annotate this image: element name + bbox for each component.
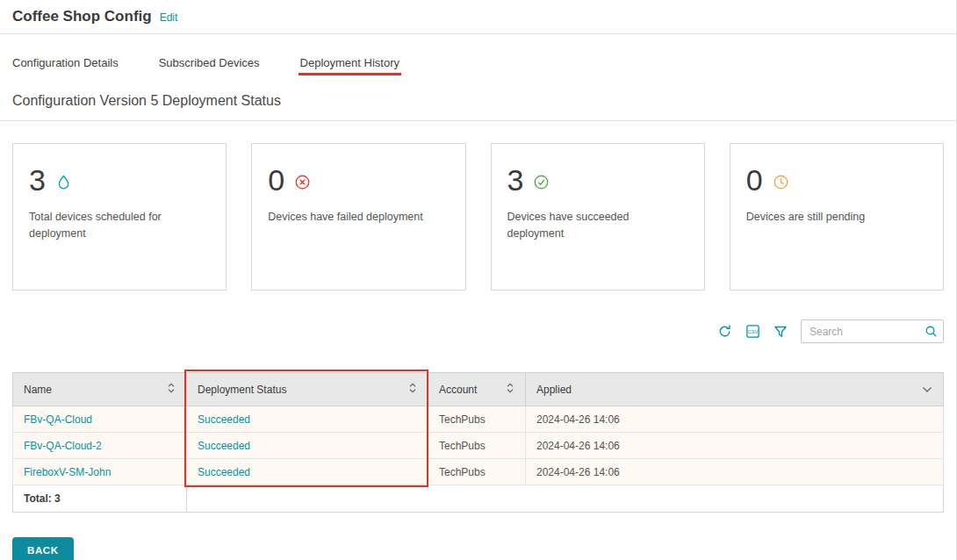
stat-card-pending: 0 Devices are still pending <box>730 143 944 291</box>
search-icon[interactable] <box>925 325 938 341</box>
cell-applied: 2024-04-26 14:06 <box>526 459 944 485</box>
cell-applied: 2024-04-26 14:06 <box>526 406 944 433</box>
stat-value-failed: 0 <box>268 165 284 195</box>
cell-deployment-status: Succeeded <box>187 459 428 485</box>
status-link[interactable]: Succeeded <box>198 440 250 452</box>
table-row: FireboxV-SM-John Succeeded TechPubs 2024… <box>13 459 944 485</box>
page-title: Coffee Shop Config <box>12 8 152 25</box>
cell-account: TechPubs <box>428 433 526 459</box>
table-header-row: Name Deployment Status Account Applied <box>13 373 944 406</box>
stat-card-succeeded: 3 Devices have succeeded deployment <box>491 143 705 291</box>
stat-card-failed: 0 Devices have failed deployment <box>251 143 465 291</box>
pending-clock-icon <box>773 174 789 190</box>
cell-name: FireboxV-SM-John <box>13 459 187 485</box>
chevron-down-icon[interactable] <box>922 384 932 396</box>
column-header-name[interactable]: Name <box>13 373 187 406</box>
failed-circle-x-icon <box>294 174 311 190</box>
stat-value-pending: 0 <box>746 165 763 195</box>
page-header: Coffee Shop Config Edit <box>12 0 944 33</box>
status-link[interactable]: Succeeded <box>198 466 250 478</box>
deployment-table-wrap: Name Deployment Status Account Applied <box>12 372 944 513</box>
deployment-history-page: Coffee Shop Config Edit Configuration De… <box>0 0 956 560</box>
stat-label-scheduled: Total devices scheduled for deployment <box>29 209 209 243</box>
cell-account: TechPubs <box>428 459 526 485</box>
stat-cards: 3 Total devices scheduled for deployment… <box>12 143 944 291</box>
stat-value-succeeded: 3 <box>507 165 524 195</box>
table-footer-row: Total: 3 <box>13 485 944 513</box>
table-row: FBv-QA-Cloud-2 Succeeded TechPubs 2024-0… <box>13 433 944 459</box>
total-label: Total: 3 <box>13 485 187 513</box>
device-link[interactable]: FBv-QA-Cloud <box>24 413 92 426</box>
refresh-icon[interactable] <box>717 324 732 339</box>
column-header-applied[interactable]: Applied <box>526 373 944 406</box>
tab-subscribed-devices[interactable]: Subscribed Devices <box>159 56 260 69</box>
stat-value-scheduled: 3 <box>29 165 46 195</box>
column-header-deployment-status[interactable]: Deployment Status <box>187 373 428 406</box>
cell-deployment-status: Succeeded <box>187 406 428 433</box>
sort-icon <box>506 382 514 397</box>
column-header-account[interactable]: Account <box>428 373 526 406</box>
tab-configuration-details[interactable]: Configuration Details <box>12 56 119 69</box>
table-toolbar: CSV <box>12 319 944 343</box>
succeeded-circle-check-icon <box>533 174 550 190</box>
cell-name: FBv-QA-Cloud <box>13 406 187 433</box>
search-box <box>801 319 944 343</box>
section-divider <box>0 120 956 121</box>
column-label: Account <box>439 384 477 396</box>
stat-label-pending: Devices are still pending <box>746 209 926 226</box>
deploy-drop-icon <box>55 174 72 190</box>
stat-label-succeeded: Devices have succeeded deployment <box>507 209 687 243</box>
tab-label: Deployment History <box>300 56 399 69</box>
sort-icon <box>167 382 176 397</box>
cell-applied: 2024-04-26 14:06 <box>526 433 944 459</box>
annotation-red-underline <box>299 73 401 75</box>
sort-icon <box>408 382 417 397</box>
status-link[interactable]: Succeeded <box>198 413 250 426</box>
cell-account: TechPubs <box>428 406 526 433</box>
tab-deployment-history[interactable]: Deployment History <box>300 56 399 69</box>
back-button[interactable]: BACK <box>12 537 74 560</box>
stat-label-failed: Devices have failed deployment <box>268 209 448 226</box>
device-link[interactable]: FBv-QA-Cloud-2 <box>24 440 102 452</box>
edit-link[interactable]: Edit <box>160 11 178 24</box>
table-row: FBv-QA-Cloud Succeeded TechPubs 2024-04-… <box>13 406 944 433</box>
column-label: Applied <box>536 384 572 396</box>
filter-icon[interactable] <box>774 325 788 339</box>
cell-deployment-status: Succeeded <box>187 433 428 459</box>
deployment-table: Name Deployment Status Account Applied <box>12 372 944 513</box>
device-link[interactable]: FireboxV-SM-John <box>24 466 111 478</box>
csv-export-icon[interactable]: CSV <box>745 324 760 339</box>
cell-name: FBv-QA-Cloud-2 <box>13 433 187 459</box>
search-input[interactable] <box>801 319 944 343</box>
tab-bar: Configuration Details Subscribed Devices… <box>12 34 944 83</box>
column-label: Deployment Status <box>198 384 286 396</box>
column-label: Name <box>24 384 52 396</box>
svg-text:CSV: CSV <box>748 329 759 334</box>
footer-empty-cell <box>187 485 944 513</box>
stat-card-scheduled: 3 Total devices scheduled for deployment <box>12 143 227 291</box>
section-title: Configuration Version 5 Deployment Statu… <box>12 83 944 120</box>
